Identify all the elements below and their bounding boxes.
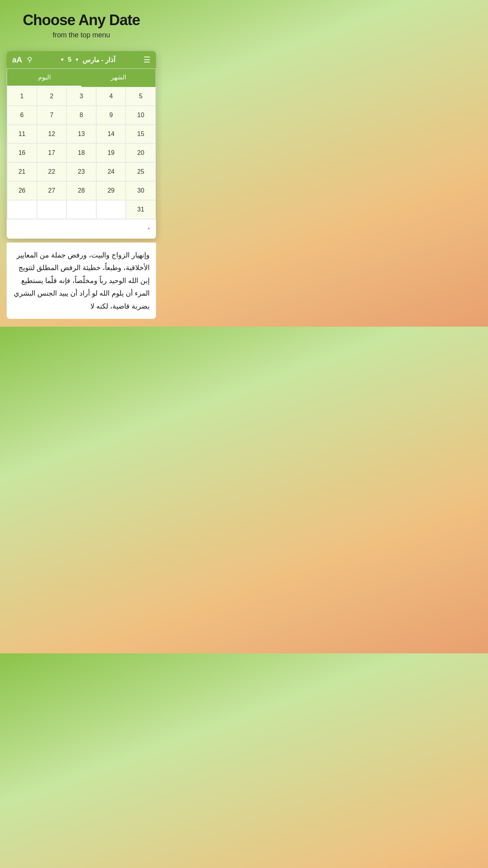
- calendar-day-26[interactable]: 26: [7, 181, 37, 200]
- page-sub-title: from the top menu: [8, 31, 155, 39]
- calendar-day-4[interactable]: 4: [96, 87, 126, 106]
- calendar-day-15[interactable]: 15: [126, 125, 156, 143]
- toolbar-center: آذار - مارس ▼ 5 ▼: [60, 56, 116, 64]
- calendar-day-11[interactable]: 11: [7, 125, 37, 143]
- calendar-day-23[interactable]: 23: [66, 162, 96, 181]
- calendar-day-12[interactable]: 12: [37, 125, 67, 143]
- calendar-day-1[interactable]: 1: [7, 87, 37, 106]
- calendar-day-22[interactable]: 22: [37, 162, 67, 181]
- search-icon[interactable]: ⚲: [27, 55, 32, 64]
- calendar-day-27[interactable]: 27: [37, 181, 67, 200]
- month-label: آذار - مارس: [83, 56, 116, 64]
- calendar-day-29[interactable]: 29: [96, 181, 126, 200]
- toolbar: ☰ آذار - مارس ▼ 5 ▼ ⚲ aA: [7, 51, 156, 68]
- calendar-day-7[interactable]: 7: [37, 106, 67, 125]
- calendar-day-empty: [96, 200, 126, 219]
- main-text: وإنهيار الزواج والبيت، ورفض جملة من المع…: [7, 243, 156, 319]
- tab-month[interactable]: الشهر: [81, 69, 156, 87]
- calendar-day-16[interactable]: 16: [7, 143, 37, 162]
- calendar-day-21[interactable]: 21: [7, 162, 37, 181]
- calendar-day-18[interactable]: 18: [66, 143, 96, 162]
- calendar-day-24[interactable]: 24: [96, 162, 126, 181]
- toolbar-left: ⚲ aA: [12, 55, 32, 64]
- calendar-grid: 5432110987615141312112019181716252423222…: [7, 87, 156, 219]
- calendar-day-13[interactable]: 13: [66, 125, 96, 143]
- calendar-tab-row: الشهر اليوم: [7, 69, 156, 87]
- calendar-day-5[interactable]: 5: [126, 87, 156, 106]
- calendar-day-2[interactable]: 2: [37, 87, 67, 106]
- calendar-day-9[interactable]: 9: [96, 106, 126, 125]
- calendar-day-8[interactable]: 8: [66, 106, 96, 125]
- year-label: 5: [68, 56, 72, 64]
- year-dropdown-arrow[interactable]: ▼: [60, 57, 65, 63]
- calendar-day-10[interactable]: 10: [126, 106, 156, 125]
- calendar-day-31[interactable]: 31: [126, 200, 156, 219]
- calendar-day-6[interactable]: 6: [7, 106, 37, 125]
- calendar-day-3[interactable]: 3: [66, 87, 96, 106]
- calendar-day-empty: [37, 200, 67, 219]
- calendar-day-14[interactable]: 14: [96, 125, 126, 143]
- calendar-day-28[interactable]: 28: [66, 181, 96, 200]
- calendar-day-empty: [7, 200, 37, 219]
- calendar-day-empty: [66, 200, 96, 219]
- app-container: ☰ آذار - مارس ▼ 5 ▼ ⚲ aA الشهر اليوم 543…: [7, 51, 156, 239]
- content-area: ،: [7, 219, 156, 239]
- page-title-area: Choose Any Date from the top menu: [0, 0, 163, 47]
- toolbar-right: ☰: [143, 55, 150, 64]
- calendar-day-30[interactable]: 30: [126, 181, 156, 200]
- month-dropdown-arrow[interactable]: ▼: [75, 57, 79, 63]
- calendar-day-17[interactable]: 17: [37, 143, 67, 162]
- calendar-dropdown: الشهر اليوم 5432110987615141312112019181…: [7, 68, 156, 219]
- tab-day[interactable]: اليوم: [7, 69, 81, 87]
- calendar-day-19[interactable]: 19: [96, 143, 126, 162]
- font-size-icon[interactable]: aA: [12, 55, 22, 64]
- calendar-day-25[interactable]: 25: [126, 162, 156, 181]
- hamburger-icon[interactable]: ☰: [143, 55, 150, 64]
- page-main-title: Choose Any Date: [8, 12, 155, 29]
- calendar-day-20[interactable]: 20: [126, 143, 156, 162]
- partial-text-1: ،: [13, 223, 150, 231]
